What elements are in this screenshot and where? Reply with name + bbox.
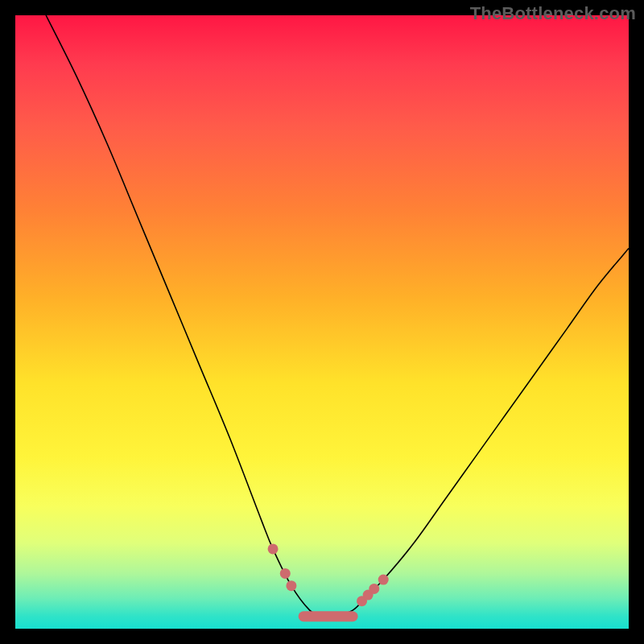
chart-svg <box>15 15 629 629</box>
curve-marker <box>280 568 291 579</box>
curve-marker <box>268 543 279 554</box>
curve-marker <box>369 584 379 594</box>
watermark-text: TheBottleneck.com <box>470 3 636 24</box>
curve-marker <box>378 575 389 585</box>
bottleneck-curve <box>46 15 629 617</box>
curve-marker <box>286 580 296 591</box>
plot-area <box>15 15 629 629</box>
curve-markers <box>268 543 389 606</box>
